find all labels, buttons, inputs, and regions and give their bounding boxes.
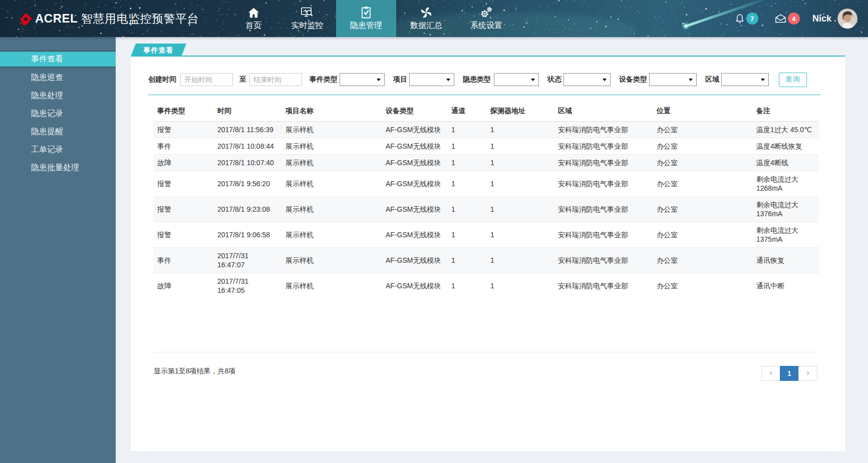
cell-time: 2017/8/1 9:06:58 [213,222,281,248]
nav-item-hazard-management[interactable]: 隐患管理 [336,0,396,37]
pinwheel-icon [420,6,433,19]
cell-device-type: AF-GSM无线模块 [382,155,447,171]
query-button[interactable]: 查询 [779,73,807,87]
pagination-prev[interactable]: ‹ [761,366,780,381]
cell-project-name: 展示样机 [281,171,382,197]
device-type-label: 设备类型 [619,75,647,84]
col-header-region[interactable]: 区域 [554,102,653,122]
cell-detector-address: 1 [486,248,554,273]
col-header-time[interactable]: 时间 [213,102,281,122]
sidebar-item-work-order-records[interactable]: 工单记录 [0,140,116,158]
hazard-type-label: 隐患类型 [463,75,491,84]
table-row[interactable]: 故障 2017/7/31 16:47:05 展示样机 AF-GSM无线模块 1 … [153,273,819,299]
caret-down-icon [603,79,607,81]
sidebar-item-hazard-batch-processing[interactable]: 隐患批量处理 [0,158,116,176]
cell-project-name: 展示样机 [281,273,382,299]
col-header-channel[interactable]: 通道 [447,102,486,122]
sidebar-item-event-view[interactable]: 事件查看 [0,51,116,68]
filter-bar: 创建时间 至 事件类型 项目 隐患类型 状态 设备类型 区域 查询 [148,73,827,86]
cell-detector-address: 1 [486,155,554,171]
col-header-project-name[interactable]: 项目名称 [281,102,382,122]
nav-item-realtime-monitor[interactable]: 实时监控 [278,0,336,37]
sidebar-item-hazard-inspection[interactable]: 隐患巡查 [0,68,116,86]
nav-item-system-settings[interactable]: 系统设置 [456,0,516,37]
caret-down-icon [377,79,381,81]
cell-event-type: 故障 [153,273,213,299]
cell-device-type: AF-GSM无线模块 [382,273,447,299]
cell-region: 安科瑞消防电气事业部 [554,273,653,299]
username[interactable]: Nick [812,14,831,24]
cell-region: 安科瑞消防电气事业部 [554,171,653,197]
project-select[interactable] [409,73,454,86]
cell-time: 2017/8/1 11:56:39 [213,122,281,138]
table-row[interactable]: 报警 2017/8/1 9:23:08 展示样机 AF-GSM无线模块 1 1 … [153,197,819,222]
notifications-bell[interactable]: 7 [735,13,758,25]
table-row[interactable]: 事件 2017/8/1 10:08:44 展示样机 AF-GSM无线模块 1 1… [153,138,819,155]
cell-device-type: AF-GSM无线模块 [382,122,447,138]
cell-device-type: AF-GSM无线模块 [382,171,447,197]
nav-item-data-summary[interactable]: 数据汇总 [396,0,456,37]
hazard-type-select[interactable] [494,73,539,86]
col-header-detector-address[interactable]: 探测器地址 [486,102,554,122]
start-time-input[interactable] [180,73,233,86]
sidebar: 事件查看 隐患巡查 隐患处理 隐患记录 隐患提醒 工单记录 隐患批量处理 [0,37,116,463]
col-header-location[interactable]: 位置 [653,102,752,122]
table-row[interactable]: 报警 2017/8/1 11:56:39 展示样机 AF-GSM无线模块 1 1… [153,122,819,138]
cell-time: 2017/8/1 10:07:40 [213,155,281,171]
sidebar-item-hazard-handling[interactable]: 隐患处理 [0,86,116,104]
nav-label: 系统设置 [470,21,502,30]
region-select[interactable] [721,73,769,86]
cell-time: 2017/7/31 16:47:07 [213,248,281,273]
cell-region: 安科瑞消防电气事业部 [554,222,653,248]
status-label: 状态 [547,75,561,84]
event-type-label: 事件类型 [310,75,338,84]
table-row[interactable]: 故障 2017/8/1 10:07:40 展示样机 AF-GSM无线模块 1 1… [153,155,819,171]
status-select[interactable] [563,73,611,86]
nav-label: 隐患管理 [350,21,382,30]
breadcrumb-tab[interactable]: 事件查看 [131,44,186,57]
cell-remark: 通讯恢复 [752,248,819,273]
cell-time: 2017/8/1 9:23:08 [213,197,281,222]
cell-channel: 1 [447,273,486,299]
bell-icon [735,14,745,24]
end-time-input[interactable] [249,73,302,86]
cell-event-type: 报警 [153,122,213,138]
pagination-next[interactable]: › [798,366,817,381]
col-header-remark[interactable]: 备注 [752,102,819,122]
cell-detector-address: 1 [486,138,554,155]
table-bottom-divider [153,352,819,352]
pagination: ‹ 1 › [761,366,817,381]
table-row[interactable]: 报警 2017/8/1 9:56:20 展示样机 AF-GSM无线模块 1 1 … [153,171,819,197]
messages-mail[interactable]: 4 [775,13,800,25]
cell-time: 2017/8/1 9:56:20 [213,171,281,197]
col-header-device-type[interactable]: 设备类型 [382,102,447,122]
nav-item-home[interactable]: 首页 [228,0,278,37]
event-type-select[interactable] [340,73,385,86]
create-time-label: 创建时间 [148,75,176,84]
cell-project-name: 展示样机 [281,122,382,138]
cell-location: 办公室 [653,171,752,197]
caret-down-icon [689,79,693,81]
table-row[interactable]: 报警 2017/8/1 9:06:58 展示样机 AF-GSM无线模块 1 1 … [153,222,819,248]
nav-label: 实时监控 [292,21,324,30]
gears-icon [480,6,493,19]
filter-separator [148,95,820,95]
cell-location: 办公室 [653,138,752,155]
to-label: 至 [239,75,246,84]
cell-channel: 1 [447,122,486,138]
content-panel: 事件查看 创建时间 至 事件类型 项目 隐患类型 状态 设备类型 区域 查询 [131,56,845,451]
cell-location: 办公室 [653,248,752,273]
device-type-select[interactable] [649,73,697,86]
cell-detector-address: 1 [486,273,554,299]
top-navigation: 首页 实时监控 [228,0,516,37]
cell-region: 安科瑞消防电气事业部 [554,138,653,155]
pagination-page-1[interactable]: 1 [780,366,799,381]
cell-region: 安科瑞消防电气事业部 [554,155,653,171]
sidebar-item-hazard-records[interactable]: 隐患记录 [0,104,116,122]
avatar[interactable] [837,9,857,29]
table-row[interactable]: 事件 2017/7/31 16:47:07 展示样机 AF-GSM无线模块 1 … [153,248,819,273]
sidebar-item-hazard-reminder[interactable]: 隐患提醒 [0,122,116,140]
results-info: 显示第1至8项结果，共8项 [154,367,235,376]
cell-channel: 1 [447,171,486,197]
col-header-event-type[interactable]: 事件类型 [153,102,213,122]
